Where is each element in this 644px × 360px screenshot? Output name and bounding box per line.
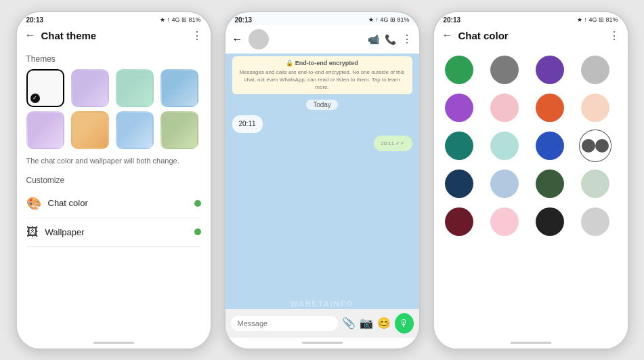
- phone1-title: Chat theme: [41, 30, 186, 41]
- phone1-bottom-bar: [17, 338, 211, 348]
- theme-purple2[interactable]: [26, 111, 64, 149]
- theme-white-check: ✓: [30, 94, 40, 103]
- message-sent: 20:11 ✓✓: [374, 136, 412, 151]
- phone2-time: 20:13: [235, 16, 253, 24]
- customize-label: Customize: [26, 176, 201, 185]
- theme-blue2[interactable]: [116, 111, 154, 149]
- theme-orange[interactable]: [71, 111, 109, 149]
- chat-color-icon: 🎨: [26, 196, 41, 211]
- phone3: 20:13 ★ ↑ 4G ⊞ 81% ← Chat color ⋮: [433, 11, 629, 350]
- color-circle-11[interactable]: [581, 132, 609, 160]
- bottom-indicator2: [302, 342, 343, 344]
- phone3-app-bar: ← Chat color ⋮: [434, 25, 628, 46]
- phone2-status-icons: ★ ↑ 4G ⊞ 81%: [368, 16, 410, 23]
- phone3-status-icons: ★ ↑ 4G ⊞ 81%: [577, 16, 618, 23]
- chat-avatar: [249, 29, 269, 49]
- date-text: Today: [306, 100, 338, 110]
- chat-input[interactable]: [231, 316, 338, 331]
- chat-back-icon[interactable]: ←: [232, 33, 243, 45]
- color-circle-15[interactable]: [581, 169, 609, 198]
- themes-grid: ✓: [26, 69, 201, 149]
- encrypted-bar[interactable]: 🔒 End-to-end encrypted Messages and call…: [232, 56, 412, 94]
- phone1-time: 20:13: [26, 16, 44, 24]
- phone1-status-icons: ★ ↑ 4G ⊞ 81%: [160, 16, 201, 23]
- phone1-content: Themes ✓ The chat color and wallpaper wi…: [17, 46, 211, 338]
- phone3-status-bar: 20:13 ★ ↑ 4G ⊞ 81%: [434, 12, 628, 25]
- theme-blue-stripe[interactable]: [160, 69, 198, 107]
- theme-purple[interactable]: [71, 69, 109, 107]
- phone3-content: [434, 46, 628, 338]
- phone1-back-icon[interactable]: ←: [25, 29, 36, 41]
- encrypted-title: 🔒 End-to-end encrypted: [238, 59, 407, 68]
- color-circle-3[interactable]: [581, 56, 609, 84]
- color-circle-4[interactable]: [445, 94, 473, 122]
- received-time: 20:11: [239, 119, 256, 129]
- themes-label: Themes: [26, 54, 201, 64]
- color-circle-2[interactable]: [536, 56, 564, 84]
- camera-icon[interactable]: 📷: [360, 317, 373, 329]
- phone3-time: 20:13: [444, 16, 461, 24]
- wallpaper-indicator: [194, 228, 201, 235]
- wallpaper-label: Wallpaper: [45, 227, 188, 237]
- color-circle-13[interactable]: [490, 169, 519, 198]
- phone3-title: Chat color: [458, 30, 603, 41]
- color-circle-1[interactable]: [490, 56, 519, 84]
- call-icon[interactable]: 📞: [385, 34, 396, 45]
- phone1-menu-icon[interactable]: ⋮: [192, 29, 202, 42]
- date-chip: Today: [226, 101, 419, 108]
- mic-button[interactable]: 🎙: [395, 313, 414, 334]
- color-circle-9[interactable]: [490, 132, 519, 160]
- phone1-status-bar: 20:13 ★ ↑ 4G ⊞ 81%: [17, 12, 211, 25]
- theme-info-text: The chat color and wallpaper will both c…: [26, 156, 201, 166]
- chat-header: ← 📹 📞 ⋮: [226, 25, 419, 54]
- wallpaper-row[interactable]: 🖼 Wallpaper: [26, 218, 201, 247]
- phone2-status-bar: 20:13 ★ ↑ 4G ⊞ 81%: [226, 12, 419, 25]
- wallpaper-icon: 🖼: [26, 225, 39, 239]
- phone2-bottom-bar: [226, 338, 419, 348]
- color-circle-8[interactable]: [445, 132, 473, 160]
- video-icon[interactable]: 📹: [368, 34, 379, 45]
- phone3-bottom-bar: [434, 338, 628, 348]
- theme-nature[interactable]: [160, 111, 198, 149]
- chat-color-label: Chat color: [48, 198, 188, 208]
- chat-messages: 20:11 20:11 ✓✓: [226, 113, 419, 309]
- attach-icon[interactable]: 📎: [342, 317, 356, 329]
- phone3-back-icon[interactable]: ←: [442, 29, 453, 41]
- encrypted-message: Messages and calls are end-to-end encryp…: [238, 68, 407, 92]
- phone3-menu-icon[interactable]: ⋮: [609, 29, 620, 42]
- color-circle-7[interactable]: [581, 94, 609, 122]
- color-circle-5[interactable]: [490, 94, 519, 122]
- phone1-app-bar: ← Chat theme ⋮: [17, 25, 211, 46]
- chat-menu-icon[interactable]: ⋮: [402, 33, 412, 45]
- chat-color-indicator: [194, 200, 201, 207]
- bottom-indicator3: [511, 342, 551, 344]
- color-circle-19[interactable]: [581, 207, 609, 236]
- color-circle-16[interactable]: [445, 207, 473, 236]
- colors-grid: [445, 53, 617, 239]
- sticker-icon[interactable]: 😊: [377, 317, 391, 329]
- phone2: 20:13 ★ ↑ 4G ⊞ 81% ← 📹 📞 ⋮ 🔒 End-to-end …: [224, 11, 421, 350]
- color-circle-18[interactable]: [536, 207, 564, 236]
- color-circle-10[interactable]: [536, 132, 564, 160]
- bottom-indicator: [93, 342, 134, 344]
- color-circle-17[interactable]: [490, 207, 519, 236]
- message-received: 20:11: [232, 115, 263, 133]
- theme-white[interactable]: ✓: [26, 69, 64, 107]
- watermark: WABETAINFO: [226, 300, 419, 308]
- color-circle-0[interactable]: [445, 56, 473, 84]
- color-circle-14[interactable]: [536, 169, 564, 198]
- phone1: 20:13 ★ ↑ 4G ⊞ 81% ← Chat theme ⋮ Themes…: [16, 11, 212, 350]
- chat-color-row[interactable]: 🎨 Chat color: [26, 189, 201, 218]
- theme-blue-green[interactable]: [116, 69, 154, 107]
- sent-time: 20:11 ✓✓: [381, 140, 405, 147]
- chat-input-bar: 📎 📷 😊 🎙: [226, 309, 419, 338]
- color-circle-12[interactable]: [445, 169, 473, 198]
- color-circle-6[interactable]: [536, 94, 564, 122]
